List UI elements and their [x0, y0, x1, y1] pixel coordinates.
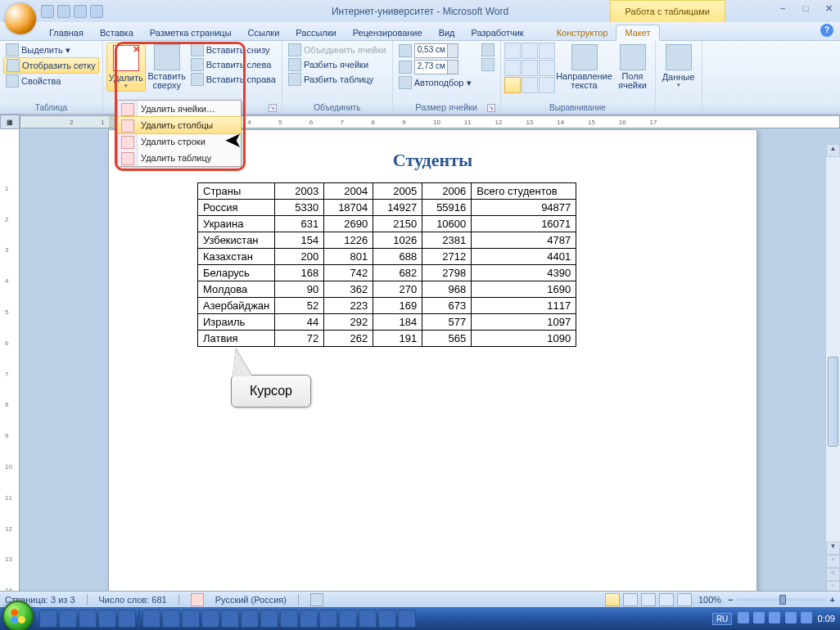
- cell-country[interactable]: Беларусь: [198, 265, 275, 281]
- insert-right-button[interactable]: Вставить справа: [188, 72, 278, 87]
- th-year[interactable]: 2006: [422, 183, 472, 200]
- cell-total[interactable]: 1690: [472, 281, 576, 298]
- cell-country[interactable]: Россия: [198, 200, 275, 216]
- zoom-in-button[interactable]: +: [830, 595, 835, 605]
- tray-icon[interactable]: [738, 612, 749, 623]
- help-icon[interactable]: ?: [820, 24, 833, 37]
- th-year[interactable]: 2004: [324, 183, 373, 200]
- status-word-count[interactable]: Число слов: 681: [99, 595, 167, 605]
- taskbar-app-2[interactable]: [59, 610, 77, 628]
- ruler-corner-button[interactable]: ▦: [0, 115, 20, 129]
- cell-total[interactable]: 1117: [472, 298, 576, 314]
- qat-undo-icon[interactable]: [57, 5, 70, 18]
- align-bl-button[interactable]: [504, 77, 521, 93]
- table-row[interactable]: Узбекистан1541226102623814787: [198, 232, 576, 249]
- tab-page-layout[interactable]: Разметка страницы: [142, 25, 240, 40]
- th-country[interactable]: Страны: [198, 183, 275, 200]
- row-height-field[interactable]: 0,53 см: [396, 43, 474, 59]
- table-row[interactable]: Украина631269021501060016071: [198, 216, 576, 232]
- split-cells-button[interactable]: Разбить ячейки: [286, 57, 389, 72]
- view-print-layout-button[interactable]: [605, 593, 620, 606]
- insert-left-button[interactable]: Вставить слева: [188, 57, 278, 72]
- autofit-button[interactable]: Автоподбор ▾: [396, 75, 474, 90]
- align-ml-button[interactable]: [504, 60, 521, 76]
- table-row[interactable]: Казахстан20080168827124401: [198, 249, 576, 265]
- taskbar-app-19[interactable]: [398, 610, 416, 628]
- cell-country[interactable]: Молдова: [198, 281, 275, 298]
- table-row[interactable]: Азербайджан522231696731117: [198, 298, 576, 314]
- taskbar-clock[interactable]: 0:09: [818, 614, 835, 623]
- text-direction-button[interactable]: Направление текста: [557, 43, 612, 92]
- taskbar-app-1[interactable]: [39, 610, 57, 628]
- tray-icon[interactable]: [785, 612, 797, 623]
- document-scroll[interactable]: Студенты Страны2003200420052006Всего сту…: [20, 129, 840, 594]
- align-tr-button[interactable]: [539, 43, 555, 59]
- cell-country[interactable]: Узбекистан: [198, 232, 275, 249]
- cell-margins-button[interactable]: Поля ячейки: [614, 43, 652, 92]
- cell-value[interactable]: 2712: [422, 249, 472, 265]
- tray-icon[interactable]: [769, 612, 780, 623]
- taskbar-app-6[interactable]: [142, 610, 160, 628]
- cell-value[interactable]: 2381: [422, 232, 472, 249]
- scroll-up-button[interactable]: ▲: [826, 144, 840, 157]
- cell-total[interactable]: 1090: [472, 331, 576, 347]
- spellcheck-icon[interactable]: [191, 593, 204, 606]
- cell-value[interactable]: 682: [373, 265, 422, 281]
- taskbar-app-13[interactable]: [280, 610, 298, 628]
- cell-value[interactable]: 184: [373, 314, 422, 331]
- scroll-thumb[interactable]: [828, 357, 838, 447]
- taskbar-app-16[interactable]: [339, 610, 357, 628]
- cell-value[interactable]: 565: [422, 331, 472, 347]
- col-width-field[interactable]: 2,73 см: [396, 59, 474, 75]
- cell-value[interactable]: 1026: [373, 232, 422, 249]
- tab-developer[interactable]: Разработчик: [463, 25, 532, 40]
- zoom-level[interactable]: 100%: [698, 595, 721, 605]
- minimize-button[interactable]: –: [776, 3, 789, 15]
- table-row[interactable]: Россия533018704149275591694877: [198, 200, 576, 216]
- cell-value[interactable]: 191: [373, 331, 422, 347]
- insert-above-button[interactable]: Вставить сверху: [147, 43, 187, 92]
- cell-value[interactable]: 577: [422, 314, 472, 331]
- cell-value[interactable]: 55916: [422, 200, 472, 216]
- th-total[interactable]: Всего студентов: [472, 183, 576, 200]
- macro-record-icon[interactable]: [310, 593, 323, 606]
- table-row[interactable]: Латвия722621915651090: [198, 331, 576, 347]
- system-tray[interactable]: [737, 612, 812, 625]
- properties-button[interactable]: Свойства: [3, 74, 99, 88]
- cell-value[interactable]: 154: [275, 232, 324, 249]
- taskbar-app-10[interactable]: [221, 610, 239, 628]
- taskbar-app-5[interactable]: [118, 610, 136, 628]
- taskbar-app-3[interactable]: [79, 610, 97, 628]
- tab-review[interactable]: Рецензирование: [345, 25, 431, 40]
- align-tc-button[interactable]: [522, 43, 538, 59]
- cell-value[interactable]: 262: [324, 331, 373, 347]
- cell-total[interactable]: 94877: [472, 200, 576, 216]
- cell-value[interactable]: 223: [324, 298, 373, 314]
- cell-value[interactable]: 631: [275, 216, 324, 232]
- qat-customize-icon[interactable]: [90, 5, 103, 18]
- close-button[interactable]: ✕: [822, 3, 835, 15]
- tray-volume-icon[interactable]: [801, 612, 812, 623]
- distribute-cols-button[interactable]: [479, 57, 497, 72]
- cell-value[interactable]: 14927: [373, 200, 422, 216]
- dialog-launcher-icon[interactable]: ↘: [269, 104, 277, 112]
- col-width-input[interactable]: 2,73 см: [414, 60, 458, 74]
- cell-value[interactable]: 90: [275, 281, 324, 298]
- cell-country[interactable]: Латвия: [198, 331, 275, 347]
- cell-value[interactable]: 52: [275, 298, 324, 314]
- cell-value[interactable]: 72: [275, 331, 324, 347]
- taskbar-app-4[interactable]: [98, 610, 116, 628]
- cell-value[interactable]: 801: [324, 249, 373, 265]
- browse-object-button[interactable]: ○: [826, 568, 840, 581]
- select-button[interactable]: Выделить ▾: [3, 43, 99, 57]
- menu-delete-columns[interactable]: Удалить столбцы: [117, 116, 242, 134]
- taskbar-app-11[interactable]: [241, 610, 259, 628]
- tray-icon[interactable]: [753, 612, 765, 623]
- taskbar-app-12[interactable]: [260, 610, 278, 628]
- prev-page-button[interactable]: ◦: [826, 555, 840, 568]
- cell-value[interactable]: 292: [324, 314, 373, 331]
- tab-table-design[interactable]: Конструктор: [549, 25, 616, 40]
- cell-total[interactable]: 4787: [472, 232, 576, 249]
- zoom-slider[interactable]: [737, 598, 827, 601]
- view-web-button[interactable]: [641, 593, 656, 606]
